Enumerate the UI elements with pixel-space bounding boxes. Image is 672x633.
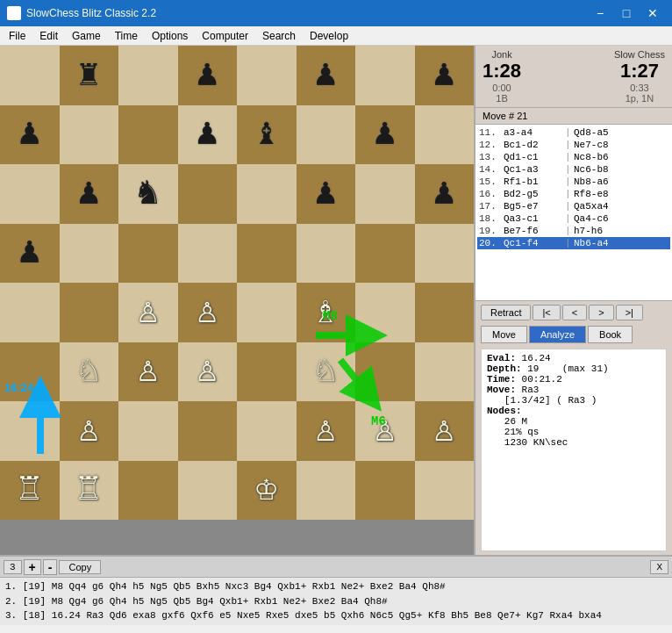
menu-item-develop[interactable]: Develop <box>303 28 355 44</box>
square-e7[interactable]: ♝ <box>237 105 297 165</box>
square-h8[interactable]: ♟ <box>415 46 475 105</box>
move-row[interactable]: 17.Bg5-e7|Qa5xa4 <box>477 200 670 212</box>
move-row[interactable]: 14.Qc1-a3|Nc6-b8 <box>477 163 670 176</box>
square-d3[interactable]: ♙ <box>178 342 238 402</box>
square-a5[interactable]: ♟ <box>0 224 60 284</box>
square-a6[interactable] <box>0 164 60 224</box>
move-row[interactable]: 18.Qa3-c1|Qa4-c6 <box>477 212 670 225</box>
menu-item-time[interactable]: Time <box>108 28 145 44</box>
last-button[interactable]: >| <box>616 305 643 320</box>
square-h1[interactable] <box>415 461 475 521</box>
square-e5[interactable] <box>237 224 297 284</box>
square-g1[interactable] <box>355 461 415 521</box>
square-b1[interactable]: ♖ <box>60 461 119 521</box>
square-b7[interactable] <box>60 105 119 165</box>
square-d7[interactable]: ♟ <box>178 105 238 165</box>
menu-item-search[interactable]: Search <box>255 28 303 44</box>
square-c3[interactable]: ♙ <box>118 342 178 402</box>
menu-item-computer[interactable]: Computer <box>195 28 255 44</box>
square-h2[interactable]: ♙ <box>415 401 475 461</box>
square-g5[interactable] <box>355 224 415 284</box>
move-row[interactable]: 11.a3-a4|Qd8-a5 <box>477 126 670 139</box>
retract-button[interactable]: Retract <box>481 305 531 320</box>
close-analysis-button[interactable]: X <box>650 560 668 574</box>
square-b4[interactable] <box>60 283 119 342</box>
move-row[interactable]: 20.Qc1-f4|Nb6-a4 <box>477 237 670 249</box>
menu-item-edit[interactable]: Edit <box>32 28 65 44</box>
move-row[interactable]: 12.Bc1-d2|Ne7-c8 <box>477 139 670 151</box>
move-row[interactable]: 13.Qd1-c1|Nc8-b6 <box>477 151 670 163</box>
square-a1[interactable]: ♖ <box>0 461 60 521</box>
square-e6[interactable] <box>237 164 297 224</box>
square-g8[interactable] <box>355 46 415 105</box>
square-e4[interactable] <box>237 283 297 342</box>
move-row[interactable]: 19.Be7-f6|h7-h6 <box>477 225 670 237</box>
square-c5[interactable] <box>118 224 178 284</box>
square-h3[interactable] <box>415 342 475 402</box>
square-d4[interactable]: ♙ <box>178 283 238 342</box>
square-a4[interactable] <box>0 283 60 342</box>
square-c6[interactable]: ♞ <box>118 164 178 224</box>
move-mode-button[interactable]: Move <box>481 326 527 343</box>
square-a2[interactable] <box>0 401 60 461</box>
analyze-mode-button[interactable]: Analyze <box>529 326 586 343</box>
square-b5[interactable] <box>60 224 119 284</box>
next-button[interactable]: > <box>589 305 613 320</box>
move-row[interactable]: 15.Rf1-b1|Nb8-a6 <box>477 176 670 188</box>
square-c8[interactable] <box>118 46 178 105</box>
move-line: Move: Ra3 <box>487 385 661 395</box>
square-e1[interactable]: ♔ <box>237 461 297 521</box>
square-b6[interactable]: ♟ <box>60 164 119 224</box>
menu-item-options[interactable]: Options <box>145 28 195 44</box>
square-d2[interactable] <box>178 401 238 461</box>
square-d6[interactable] <box>178 164 238 224</box>
square-g4[interactable] <box>355 283 415 342</box>
move-row[interactable]: 16.Bd2-g5|Rf8-e8 <box>477 188 670 200</box>
square-f1[interactable] <box>297 461 356 521</box>
square-h7[interactable] <box>415 105 475 165</box>
square-b2[interactable]: ♙ <box>60 401 119 461</box>
square-f5[interactable] <box>297 224 356 284</box>
square-b8[interactable]: ♜ <box>60 46 119 105</box>
square-e2[interactable] <box>237 401 297 461</box>
square-f7[interactable] <box>297 105 356 165</box>
prev-button[interactable]: < <box>562 305 587 320</box>
remove-tab-button[interactable]: - <box>43 559 58 575</box>
square-e3[interactable] <box>237 342 297 402</box>
square-g6[interactable] <box>355 164 415 224</box>
square-h5[interactable] <box>415 224 475 284</box>
square-d1[interactable] <box>178 461 238 521</box>
menu-item-file[interactable]: File <box>2 28 32 44</box>
square-g7[interactable]: ♟ <box>355 105 415 165</box>
add-tab-button[interactable]: + <box>24 559 41 575</box>
square-d8[interactable]: ♟ <box>178 46 238 105</box>
square-f8[interactable]: ♟ <box>297 46 356 105</box>
square-c4[interactable]: ♙ <box>118 283 178 342</box>
square-a8[interactable] <box>0 46 60 105</box>
square-b3[interactable]: ♘ <box>60 342 119 402</box>
menu-item-game[interactable]: Game <box>65 28 108 44</box>
player1-clock: Jonk 1:28 0:00 1B <box>483 49 521 104</box>
square-f3[interactable]: ♘ <box>297 342 356 402</box>
square-c7[interactable] <box>118 105 178 165</box>
tab-number[interactable]: 3 <box>4 560 22 574</box>
square-f2[interactable]: ♙ <box>297 401 356 461</box>
move-list[interactable]: 11.a3-a4|Qd8-a512.Bc1-d2|Ne7-c813.Qd1-c1… <box>475 125 672 300</box>
square-c1[interactable] <box>118 461 178 521</box>
square-g3[interactable] <box>355 342 415 402</box>
chess-board[interactable]: ♜♟♟♟♟♟♝♟♟♞♟♟♟♙♙♗♘♙♙♘♙♙♙♙♖♖♔ <box>0 46 474 520</box>
minimize-button[interactable]: − <box>588 3 612 24</box>
square-c2[interactable] <box>118 401 178 461</box>
maximize-button[interactable]: □ <box>614 3 639 24</box>
square-e8[interactable] <box>237 46 297 105</box>
first-button[interactable]: |< <box>533 305 560 320</box>
square-h4[interactable] <box>415 283 475 342</box>
close-button[interactable]: ✕ <box>640 3 665 24</box>
book-mode-button[interactable]: Book <box>588 326 633 343</box>
square-f6[interactable]: ♟ <box>297 164 356 224</box>
copy-button[interactable]: Copy <box>59 560 101 574</box>
square-a7[interactable]: ♟ <box>0 105 60 165</box>
square-h6[interactable]: ♟ <box>415 164 475 224</box>
square-g2[interactable]: ♙ <box>355 401 415 461</box>
square-d5[interactable] <box>178 224 238 284</box>
